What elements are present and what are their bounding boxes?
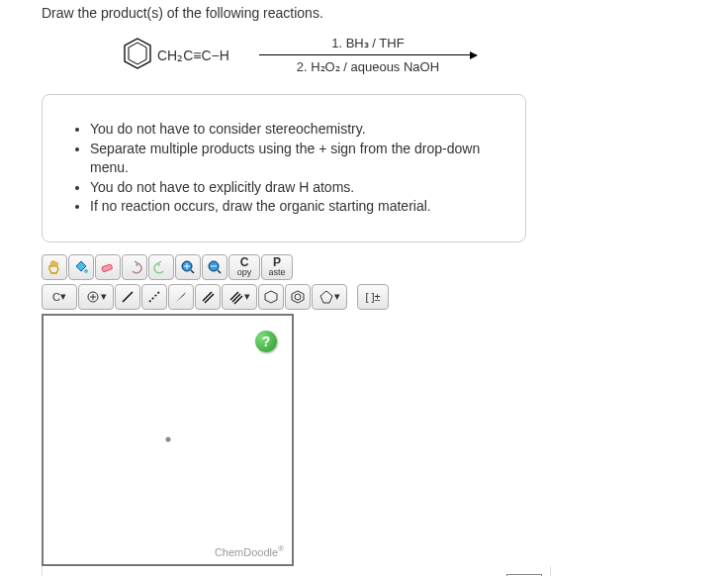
reagent-line1: 1. BH₃ / THF (331, 36, 404, 50)
editor-footer (42, 566, 551, 576)
toolbar-row-1: Copy Paste (42, 252, 551, 282)
single-bond-button[interactable] (115, 284, 140, 310)
zoom-out-button[interactable] (202, 254, 228, 280)
chevron-down-icon: ▾ (244, 290, 250, 303)
copy-button[interactable]: Copy (228, 254, 260, 280)
instruction-item: You do not have to explicitly draw H ato… (90, 178, 496, 198)
svg-point-2 (84, 269, 88, 273)
charge-label: [ ]± (365, 291, 380, 303)
reaction-scheme: CH₂C≡C−H 1. BH₃ / THF 2. H₂O₂ / aqueous … (121, 36, 728, 74)
paint-bucket-button[interactable] (68, 254, 94, 280)
arrow-line (259, 54, 477, 55)
instruction-item: If no reaction occurs, draw the organic … (90, 197, 496, 217)
chemdoodle-watermark: ChemDoodle® (215, 544, 284, 558)
undo-button[interactable] (122, 254, 147, 280)
charge-button[interactable]: [ ]± (357, 284, 389, 310)
question-text: Draw the product(s) of the following rea… (42, 5, 728, 21)
double-bond-button[interactable] (195, 284, 221, 310)
reagent-line2: 2. H₂O₂ / aqueous NaOH (297, 59, 439, 74)
chevron-down-icon: ▾ (334, 290, 340, 303)
svg-point-9 (295, 294, 301, 300)
toolbar-row-2: C ▾ ▾ ▾ ▾ [ ]± (42, 282, 551, 312)
svg-marker-7 (265, 291, 277, 303)
instruction-item: You do not have to consider stereochemis… (90, 120, 496, 140)
hexagon-ring-button[interactable] (258, 284, 284, 310)
svg-marker-8 (292, 291, 304, 303)
benzene-ring-button[interactable] (285, 284, 311, 310)
add-atom-dropdown[interactable]: ▾ (78, 284, 114, 310)
triple-bond-dropdown[interactable]: ▾ (222, 284, 257, 310)
chevron-down-icon: ▾ (101, 290, 107, 303)
pentagon-ring-dropdown[interactable]: ▾ (312, 284, 347, 310)
paste-button[interactable]: Paste (261, 254, 293, 280)
dashed-bond-button[interactable] (141, 284, 167, 310)
instructions-box: You do not have to consider stereochemis… (42, 94, 526, 242)
help-button[interactable]: ? (255, 331, 277, 352)
svg-marker-1 (129, 43, 146, 64)
atom-label-dropdown[interactable]: C ▾ (42, 284, 77, 310)
eraser-button[interactable] (95, 254, 121, 280)
benzene-ring-icon (121, 37, 154, 73)
paste-label-bottom: aste (268, 268, 285, 277)
redo-button[interactable] (148, 254, 174, 280)
copy-label-bottom: opy (237, 268, 252, 277)
atom-label-text: C (52, 291, 60, 303)
wedge-bond-button[interactable] (168, 284, 194, 310)
chemdoodle-editor: Copy Paste C ▾ ▾ ▾ ▾ [ ]± ? ChemDoodle® (42, 252, 551, 576)
svg-marker-10 (320, 291, 332, 303)
reaction-arrow: 1. BH₃ / THF 2. H₂O₂ / aqueous NaOH (259, 36, 477, 74)
drawing-canvas[interactable]: ? ChemDoodle® (42, 314, 294, 566)
chevron-down-icon: ▾ (60, 290, 66, 303)
instruction-item: Separate multiple products using the + s… (90, 140, 496, 178)
reactant-formula: CH₂C≡C−H (157, 48, 229, 63)
zoom-in-button[interactable] (175, 254, 201, 280)
svg-rect-3 (102, 264, 113, 272)
hand-tool-button[interactable] (42, 254, 67, 280)
canvas-placeholder-dot (165, 437, 170, 442)
